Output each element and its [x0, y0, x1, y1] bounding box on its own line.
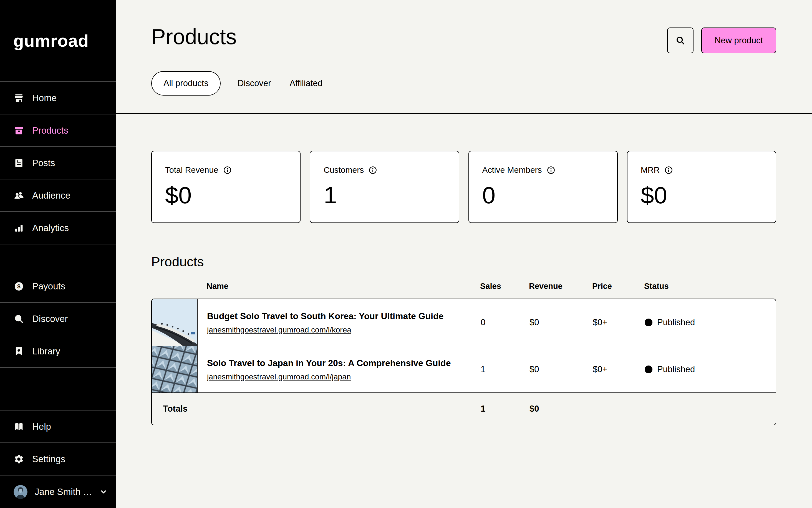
tab-affiliated[interactable]: Affiliated — [288, 78, 324, 88]
sidebar-item-discover[interactable]: Discover — [0, 302, 116, 335]
search-icon — [14, 313, 24, 324]
product-name-cell: Budget Solo Travel to South Korea: Your … — [198, 299, 481, 346]
stats-row: Total Revenue $0 Customers 1 — [151, 151, 776, 223]
column-header-price[interactable]: Price — [592, 282, 644, 291]
sidebar-item-audience[interactable]: Audience — [0, 179, 116, 211]
product-sales: 1 — [481, 346, 529, 392]
sidebar-item-label: Discover — [32, 313, 68, 324]
sidebar-item-help[interactable]: Help — [0, 410, 116, 442]
published-status-dot — [644, 319, 653, 326]
payouts-dollar-icon: $ — [14, 281, 24, 292]
gumroad-logo[interactable]: gumroad — [0, 0, 116, 81]
product-status: Published — [644, 299, 776, 346]
korea-temple-roof-thumbnail — [152, 299, 198, 346]
sidebar-item-library[interactable]: Library — [0, 335, 116, 367]
new-product-button[interactable]: New product — [701, 28, 776, 53]
product-url-link[interactable]: janesmithgoestravel.gumroad.com/l/korea — [207, 326, 351, 334]
sidebar-item-home[interactable]: Home — [0, 81, 116, 114]
totals-label: Totals — [152, 393, 481, 425]
sidebar-item-label: Home — [32, 93, 57, 103]
stat-value: $0 — [641, 183, 762, 207]
japan-glass-building-thumbnail — [152, 346, 198, 392]
table-header: Name Sales Revenue Price Status — [151, 282, 776, 299]
main-area: Products New product All products Discov… — [116, 0, 812, 508]
product-sales: 0 — [481, 299, 529, 346]
totals-price-empty — [593, 393, 644, 425]
gumroad-dashboard: gumroad Home Products Posts Audience — [0, 0, 812, 508]
totals-revenue: $0 — [529, 393, 593, 425]
published-status-dot — [644, 366, 653, 373]
help-book-icon — [14, 421, 24, 432]
search-button[interactable] — [667, 28, 694, 53]
info-icon[interactable] — [223, 166, 232, 174]
info-icon[interactable] — [369, 166, 377, 174]
stat-value: 1 — [324, 183, 445, 207]
table-row[interactable]: Solo Travel to Japan in Your 20s: A Comp… — [152, 346, 776, 392]
sidebar-item-label: Help — [32, 421, 51, 432]
content: Total Revenue $0 Customers 1 — [116, 114, 812, 508]
stat-card-customers: Customers 1 — [310, 151, 459, 223]
products-tabs: All products Discover Affiliated — [151, 71, 776, 113]
totals-status-empty — [644, 393, 776, 425]
stat-label: Customers — [324, 165, 364, 175]
column-header-name[interactable]: Name — [197, 282, 480, 291]
status-label: Published — [657, 318, 695, 328]
audience-people-icon — [14, 190, 24, 201]
store-icon — [14, 93, 24, 103]
column-header-sales[interactable]: Sales — [480, 282, 529, 291]
sidebar: gumroad Home Products Posts Audience — [0, 0, 116, 508]
product-title: Budget Solo Travel to South Korea: Your … — [207, 310, 470, 322]
stat-label: Active Members — [482, 165, 542, 175]
column-thumbnail — [151, 282, 197, 291]
status-label: Published — [657, 365, 695, 374]
sidebar-item-payouts[interactable]: $ Payouts — [0, 270, 116, 302]
stat-value: $0 — [165, 183, 287, 207]
sidebar-item-label: Payouts — [32, 281, 65, 292]
avatar — [14, 485, 28, 499]
sidebar-item-analytics[interactable]: Analytics — [0, 211, 116, 244]
stat-value: 0 — [482, 183, 604, 207]
tab-all-products[interactable]: All products — [151, 71, 221, 95]
page-header: Products New product All products Discov… — [116, 0, 812, 114]
sidebar-spacer — [0, 367, 116, 410]
search-icon — [675, 35, 685, 46]
column-header-revenue[interactable]: Revenue — [529, 282, 592, 291]
info-icon[interactable] — [664, 166, 673, 174]
sidebar-item-label: Settings — [32, 454, 65, 464]
sidebar-item-posts[interactable]: Posts — [0, 146, 116, 179]
product-url-link[interactable]: janesmithgoestravel.gumroad.com/l/japan — [207, 373, 351, 381]
sidebar-item-products[interactable]: Products — [0, 114, 116, 146]
totals-row: Totals 1 $0 — [152, 392, 776, 425]
svg-text:$: $ — [17, 283, 20, 289]
header-actions: New product — [667, 28, 776, 53]
products-table: Budget Solo Travel to South Korea: Your … — [151, 299, 776, 425]
table-row[interactable]: Budget Solo Travel to South Korea: Your … — [152, 299, 776, 346]
user-menu[interactable]: Jane Smith … — [0, 475, 116, 508]
stat-label: Total Revenue — [165, 165, 219, 175]
sidebar-item-label: Library — [32, 346, 60, 356]
stat-card-total-revenue: Total Revenue $0 — [151, 151, 300, 223]
product-box-icon — [14, 125, 24, 136]
analytics-bars-icon — [14, 223, 24, 233]
sidebar-item-settings[interactable]: Settings — [0, 442, 116, 475]
product-revenue: $0 — [529, 299, 593, 346]
sidebar-item-label: Analytics — [32, 223, 69, 233]
stat-label: MRR — [641, 165, 660, 175]
gear-icon — [14, 454, 24, 464]
tab-discover[interactable]: Discover — [236, 78, 273, 88]
products-section-heading: Products — [151, 254, 776, 269]
stat-card-active-members: Active Members 0 — [469, 151, 618, 223]
product-status: Published — [644, 346, 776, 392]
sidebar-spacer — [0, 244, 116, 270]
chevron-down-icon — [99, 488, 108, 496]
product-name-cell: Solo Travel to Japan in Your 20s: A Comp… — [198, 346, 481, 392]
product-title: Solo Travel to Japan in Your 20s: A Comp… — [207, 357, 470, 369]
sidebar-item-label: Posts — [32, 158, 55, 168]
sidebar-item-label: Audience — [32, 190, 70, 201]
column-header-status[interactable]: Status — [644, 282, 776, 291]
post-document-icon — [14, 158, 24, 168]
info-icon[interactable] — [547, 166, 555, 174]
product-price: $0+ — [593, 346, 644, 392]
stat-card-mrr: MRR $0 — [627, 151, 776, 223]
library-bookmark-icon — [14, 346, 24, 356]
